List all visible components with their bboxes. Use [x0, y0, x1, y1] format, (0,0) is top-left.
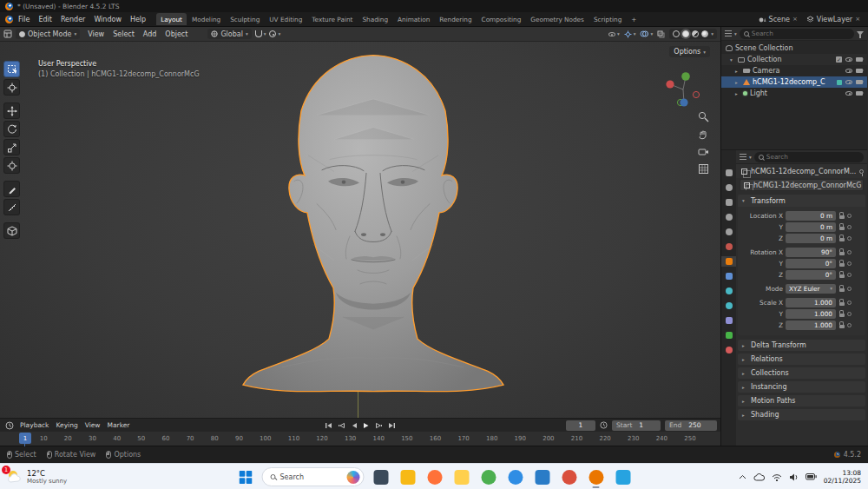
axis-x-negative[interactable]	[693, 91, 699, 97]
lock-icon[interactable]	[838, 285, 845, 292]
animate-dot[interactable]	[847, 214, 852, 218]
shading-material-icon[interactable]	[692, 30, 699, 37]
keying-clock-icon[interactable]	[600, 421, 608, 429]
value-field[interactable]: 90°	[786, 248, 836, 257]
properties-tab-output[interactable]	[721, 197, 736, 208]
section-shading[interactable]: ▸Shading	[738, 409, 865, 420]
filter-icon[interactable]	[857, 31, 864, 36]
add-workspace-button[interactable]: +	[627, 13, 641, 25]
disclosure-triangle-icon[interactable]: ▸	[735, 69, 740, 74]
current-frame-field[interactable]: 1	[566, 420, 595, 431]
workspace-tab-modeling[interactable]: Modeling	[187, 13, 225, 25]
lock-icon[interactable]	[838, 235, 845, 241]
tool-transform[interactable]	[3, 157, 20, 174]
value-field[interactable]: 0 m	[786, 234, 836, 243]
outliner-row-selected-mesh[interactable]: ▸ hCMG1-12decomp_C	[721, 76, 867, 88]
mode-dropdown[interactable]: Object Mode ▾	[16, 29, 80, 39]
taskbar-app-vscode[interactable]	[613, 466, 634, 488]
properties-tab-render[interactable]	[721, 182, 736, 193]
taskbar-weather-widget[interactable]: 1 12°C Mostly sunny	[5, 466, 67, 488]
properties-tab-object[interactable]	[721, 256, 736, 267]
blender-menu-icon[interactable]	[5, 16, 13, 23]
section-delta-transform[interactable]: ▸Delta Transform	[738, 340, 865, 351]
editor-type-icon[interactable]	[3, 30, 12, 38]
battery-icon[interactable]	[806, 473, 817, 480]
workspace-tab-layout[interactable]: Layout	[156, 13, 187, 25]
menu-view[interactable]: View	[83, 29, 108, 40]
xray-toggle[interactable]	[657, 30, 665, 38]
camera-view-icon[interactable]	[698, 148, 709, 156]
lock-icon[interactable]	[838, 223, 845, 230]
transform-orientation-dropdown[interactable]: Global ▾	[207, 29, 251, 39]
tool-annotate[interactable]	[3, 181, 20, 197]
outliner-row-camera[interactable]: ▸ Camera	[721, 65, 867, 76]
menu-help[interactable]: Help	[126, 14, 150, 25]
lock-icon[interactable]	[838, 310, 845, 317]
menu-select[interactable]: Select	[108, 29, 139, 40]
lock-icon[interactable]	[838, 299, 845, 306]
taskbar-clock[interactable]: 13:08 02/11/2025	[824, 469, 861, 486]
taskbar-app-outlook[interactable]	[532, 466, 553, 488]
properties-tab-object-data[interactable]	[721, 330, 736, 340]
workspace-tab-shading[interactable]: Shading	[358, 13, 392, 25]
axis-x-positive[interactable]	[666, 80, 674, 88]
workspace-tab-scripting[interactable]: Scripting	[589, 13, 626, 25]
tool-options-button[interactable]: Options ▾	[669, 46, 710, 57]
menu-render[interactable]: Render	[56, 14, 89, 25]
menu-edit[interactable]: Edit	[34, 14, 56, 25]
navigation-gizmo[interactable]	[663, 69, 703, 109]
value-field[interactable]: 0°	[786, 270, 836, 280]
properties-tab-modifiers[interactable]	[721, 271, 736, 281]
taskbar-app-task-view[interactable]	[371, 466, 391, 488]
properties-search[interactable]	[754, 152, 864, 162]
disclosure-triangle-icon[interactable]: ▸	[735, 80, 740, 85]
tool-scale[interactable]	[3, 139, 20, 155]
outliner-search-input[interactable]	[752, 30, 850, 37]
value-field[interactable]: 0°	[786, 259, 836, 268]
animate-dot[interactable]	[847, 250, 852, 254]
section-collections[interactable]: ▸Collections	[738, 367, 865, 379]
animate-dot[interactable]	[847, 312, 852, 316]
animate-dot[interactable]	[847, 287, 852, 291]
properties-tab-world[interactable]	[721, 241, 736, 252]
value-field[interactable]: 1.000	[786, 309, 836, 319]
properties-tab-scene[interactable]	[721, 227, 736, 237]
lock-icon[interactable]	[838, 271, 845, 278]
shading-rendered-icon[interactable]	[701, 30, 708, 37]
outliner-search[interactable]	[740, 29, 854, 39]
hide-in-viewport-icon[interactable]	[845, 69, 852, 73]
frame-start-field[interactable]: Start 1	[612, 420, 661, 431]
disable-in-renders-icon[interactable]	[856, 69, 863, 73]
section-motion-paths[interactable]: ▸Motion Paths	[738, 395, 865, 406]
3d-viewport[interactable]: User Perspective (1) Collection | hCMG1-…	[0, 42, 720, 418]
disclosure-triangle-icon[interactable]: ▸	[735, 91, 740, 96]
tool-cursor[interactable]	[3, 79, 20, 96]
menu-marker[interactable]: Marker	[103, 420, 133, 430]
section-relations[interactable]: ▸Relations	[738, 354, 865, 365]
hide-in-viewport-icon[interactable]	[845, 57, 852, 62]
play-reverse-button[interactable]	[351, 422, 358, 429]
lock-icon[interactable]	[838, 260, 845, 267]
value-field[interactable]: 0 m	[786, 222, 836, 232]
section-instancing[interactable]: ▸Instancing	[738, 381, 865, 393]
animate-dot[interactable]	[847, 236, 852, 241]
taskbar-search[interactable]: Search	[262, 467, 365, 486]
overlays-dropdown[interactable]: ▾	[640, 30, 653, 37]
next-keyframe-button[interactable]	[375, 422, 383, 429]
menu-file[interactable]: File	[14, 14, 34, 25]
menu-view[interactable]: View	[82, 420, 104, 430]
properties-tab-material[interactable]	[721, 345, 736, 355]
menu-keying[interactable]: Keying	[52, 420, 81, 430]
volume-icon[interactable]	[789, 473, 799, 481]
viewlayer-selector[interactable]: ViewLayer ×	[804, 15, 863, 24]
playhead-marker[interactable]: 1	[19, 433, 31, 444]
transform-panel-header[interactable]: ▾ Transform	[738, 195, 865, 207]
value-field[interactable]: 1.000	[786, 298, 836, 307]
remove-viewlayer-icon[interactable]: ×	[855, 16, 860, 23]
pan-hand-icon[interactable]	[698, 129, 709, 141]
workspace-tab-rendering[interactable]: Rendering	[435, 13, 476, 25]
properties-tab-particles[interactable]	[721, 286, 736, 296]
workspace-tab-uv-editing[interactable]: UV Editing	[265, 13, 306, 25]
hide-in-viewport-icon[interactable]	[845, 91, 852, 96]
value-field[interactable]: 0 m	[786, 211, 836, 221]
